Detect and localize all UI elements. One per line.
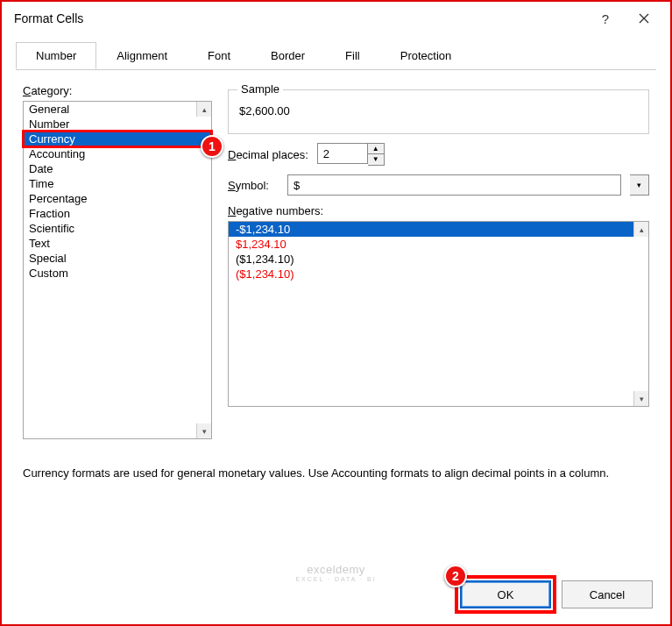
category-label: Category:: [23, 84, 212, 97]
category-scroll-up[interactable]: ▴: [196, 102, 211, 117]
tab-number[interactable]: Number: [16, 42, 96, 69]
decimal-down[interactable]: ▼: [368, 154, 384, 165]
category-number[interactable]: Number: [24, 117, 211, 132]
help-button[interactable]: ?: [586, 5, 625, 32]
negative-list[interactable]: -$1,234.10 $1,234.10 ($1,234.10) ($1,234…: [228, 221, 649, 407]
sample-label: Sample: [237, 82, 283, 96]
category-text[interactable]: Text: [24, 236, 211, 251]
category-special[interactable]: Special: [24, 251, 211, 266]
button-bar: 2 OK Cancel: [460, 580, 653, 608]
symbol-label: Symbol:: [228, 179, 279, 192]
description-text: Currency formats are used for general mo…: [23, 466, 636, 481]
negative-item-1[interactable]: $1,234.10: [229, 237, 648, 252]
negative-item-2[interactable]: ($1,234.10): [229, 252, 648, 267]
symbol-select[interactable]: $: [287, 174, 621, 196]
decimal-input[interactable]: [317, 143, 368, 164]
category-custom[interactable]: Custom: [24, 266, 211, 281]
tab-border[interactable]: Border: [251, 42, 325, 69]
decimal-label: Decimal places:: [228, 148, 308, 161]
tab-alignment[interactable]: Alignment: [96, 42, 187, 69]
negative-item-0[interactable]: -$1,234.10: [229, 222, 648, 237]
negative-label: Negative numbers:: [228, 204, 323, 217]
category-time[interactable]: Time: [24, 176, 211, 191]
category-general[interactable]: General: [24, 102, 211, 117]
category-percentage[interactable]: Percentage: [24, 191, 211, 206]
category-currency[interactable]: Currency: [24, 132, 211, 146]
cancel-button[interactable]: Cancel: [562, 580, 653, 608]
symbol-dropdown-arrow[interactable]: ▾: [630, 174, 649, 196]
settings-panel: Sample $2,600.00 Decimal places: ▲ ▼ Sym…: [228, 84, 649, 439]
negative-scroll-up[interactable]: ▴: [633, 222, 648, 237]
decimal-row: Decimal places: ▲ ▼: [228, 143, 649, 166]
format-cells-dialog: Format Cells ? Number Alignment Font Bor…: [0, 0, 672, 626]
callout-2: 2: [444, 565, 467, 587]
sample-value: $2,600.00: [239, 104, 638, 117]
dialog-title: Format Cells: [14, 11, 586, 25]
category-list[interactable]: General Number Currency Accounting Date …: [23, 101, 212, 439]
negative-item-3[interactable]: ($1,234.10): [229, 267, 648, 281]
watermark: exceldemy EXCEL · DATA · BI: [295, 563, 376, 582]
close-button[interactable]: [625, 5, 663, 32]
tab-protection[interactable]: Protection: [380, 42, 472, 69]
negative-section: Negative numbers: -$1,234.10 $1,234.10 (…: [228, 204, 649, 407]
tab-strip: Number Alignment Font Border Fill Protec…: [16, 42, 656, 70]
category-fraction[interactable]: Fraction: [24, 206, 211, 221]
tab-font[interactable]: Font: [187, 42, 251, 69]
category-panel: Category: General Number Currency Accoun…: [23, 84, 212, 439]
negative-scroll-down[interactable]: ▾: [633, 391, 648, 406]
tab-fill[interactable]: Fill: [325, 42, 380, 69]
titlebar: Format Cells ?: [2, 2, 670, 35]
symbol-row: Symbol: $ ▾: [228, 174, 649, 196]
dialog-body: Category: General Number Currency Accoun…: [2, 70, 670, 448]
decimal-spinner[interactable]: ▲ ▼: [317, 143, 385, 166]
category-accounting[interactable]: Accounting: [24, 146, 211, 161]
ok-button[interactable]: OK: [460, 580, 551, 608]
category-scientific[interactable]: Scientific: [24, 221, 211, 236]
sample-box: Sample $2,600.00: [228, 89, 649, 134]
category-scroll-down[interactable]: ▾: [196, 423, 211, 438]
decimal-up[interactable]: ▲: [368, 144, 384, 154]
callout-1: 1: [201, 135, 223, 158]
category-date[interactable]: Date: [24, 161, 211, 176]
